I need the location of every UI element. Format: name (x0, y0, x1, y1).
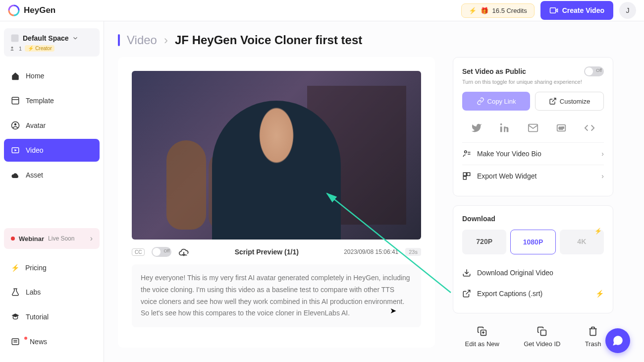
chevron-down-icon (72, 35, 79, 42)
public-toggle[interactable]: Off (584, 66, 604, 76)
credits-text: 16.5 Credits (492, 7, 527, 14)
tutorial-icon (11, 312, 20, 321)
webinar-sub: Live Soon (48, 235, 74, 242)
sidebar-item-video[interactable]: Video (4, 139, 100, 162)
chevron-right-icon: › (164, 33, 168, 47)
sidebar-item-home[interactable]: Home (4, 64, 100, 87)
customize-button[interactable]: Customize (535, 92, 604, 111)
svg-rect-1 (11, 35, 19, 42)
cc-icon: CC (132, 248, 145, 256)
space-selector[interactable]: Default Space 1 ⚡ Creator (4, 28, 100, 57)
lightning-icon: ⚡ (11, 264, 19, 272)
user-avatar[interactable]: J (619, 2, 636, 19)
svg-rect-0 (550, 8, 555, 13)
nav-label: Pricing (25, 264, 47, 272)
chat-icon (611, 334, 624, 347)
gif-icon[interactable]: GIF (552, 119, 571, 137)
live-dot-icon (11, 237, 15, 241)
lightning-icon: ⚡ (595, 290, 604, 298)
link-icon (477, 97, 484, 105)
twitter-icon[interactable] (467, 119, 486, 137)
video-thumbnail[interactable] (132, 71, 421, 240)
svg-point-15 (500, 123, 502, 125)
svg-text:GIF: GIF (559, 126, 564, 130)
create-label: Create Video (562, 6, 604, 14)
svg-rect-3 (12, 97, 19, 104)
svg-rect-24 (463, 177, 466, 180)
linkedin-icon[interactable] (495, 119, 514, 137)
create-video-button[interactable]: Create Video (540, 1, 613, 20)
webinar-card[interactable]: Webinar Live Soon › (4, 228, 100, 249)
copy-plus-icon (477, 326, 487, 336)
avatar-initial: J (626, 6, 630, 14)
trash-button[interactable]: Trash (585, 326, 601, 348)
cursor-icon: ➤ (390, 304, 396, 317)
res-1080p[interactable]: 1080P (510, 230, 555, 254)
video-bio-row[interactable]: Make Your Video Bio › (462, 142, 604, 165)
lightning-icon: ⚡ (594, 228, 602, 235)
copy-link-button[interactable]: Copy Link (462, 92, 530, 111)
svg-point-2 (11, 47, 13, 49)
svg-rect-14 (500, 126, 502, 132)
accent-bar (118, 34, 120, 46)
space-name: Default Space (23, 34, 69, 42)
webinar-title: Webinar (19, 235, 44, 242)
share-panel: Set Video as Public Off Turn on this tog… (453, 57, 613, 196)
svg-rect-23 (467, 173, 470, 176)
chat-bubble-button[interactable] (605, 328, 630, 353)
public-title: Set Video as Public (462, 67, 526, 75)
download-icon (462, 268, 471, 277)
external-icon (462, 289, 471, 298)
people-icon (10, 46, 16, 52)
sidebar: Default Space 1 ⚡ Creator Home Template … (0, 21, 104, 362)
svg-line-13 (552, 98, 555, 102)
logo-text: HeyGen (24, 5, 55, 15)
sidebar-item-tutorial[interactable]: Tutorial (4, 305, 100, 328)
chevron-right-icon: › (90, 234, 93, 243)
page-title: JF HeyGen Voice Cloner first test (175, 33, 362, 47)
cloud-download-icon[interactable] (178, 246, 189, 257)
nav-label: Template (26, 97, 54, 105)
email-icon[interactable] (524, 119, 542, 137)
nav-label: Tutorial (26, 313, 49, 321)
lightning-icon: ⚡ (469, 7, 477, 14)
breadcrumb: Video › JF HeyGen Voice Cloner first tes… (118, 33, 630, 47)
logo[interactable]: HeyGen (8, 4, 55, 16)
bio-icon (462, 149, 471, 158)
svg-rect-22 (463, 173, 466, 176)
get-video-id-button[interactable]: Get Video ID (524, 326, 560, 348)
script-preview-title: Script Preview (1/1) (196, 248, 337, 256)
res-720p[interactable]: 720P (462, 230, 506, 254)
credits-badge[interactable]: ⚡ 🎁 16.5 Credits (461, 3, 535, 18)
sidebar-item-news[interactable]: News (4, 330, 100, 353)
sidebar-item-template[interactable]: Template (4, 89, 100, 112)
sidebar-item-pricing[interactable]: ⚡ Pricing (4, 257, 100, 279)
sidebar-item-asset[interactable]: Asset (4, 164, 100, 186)
notification-dot (24, 337, 27, 340)
svg-point-19 (465, 151, 467, 153)
labs-icon (11, 288, 20, 297)
asset-icon (11, 171, 20, 180)
web-widget-row[interactable]: Export Web Widget › (462, 165, 604, 187)
avatar-icon (11, 121, 20, 130)
video-panel: CC Off Script Preview (1/1) 2023/09/08 1… (118, 57, 435, 348)
public-subtitle: Turn on this toggle for unique sharing e… (462, 79, 604, 85)
export-captions-row[interactable]: Export Captions (.srt) ⚡ (462, 283, 604, 304)
svg-point-6 (14, 123, 17, 126)
svg-rect-30 (541, 330, 546, 336)
copy-icon (537, 326, 547, 336)
breadcrumb-root[interactable]: Video (127, 33, 157, 47)
embed-icon[interactable] (580, 119, 599, 137)
sidebar-item-labs[interactable]: Labs (4, 281, 100, 303)
edit-as-new-button[interactable]: Edit as New (465, 326, 499, 348)
sidebar-item-avatar[interactable]: Avatar (4, 114, 100, 137)
download-title: Download (462, 215, 604, 223)
space-icon (10, 33, 20, 43)
external-icon (549, 97, 557, 105)
nav-label: Home (26, 72, 44, 80)
video-plus-icon (549, 6, 558, 15)
video-duration: 23s (405, 248, 421, 256)
svg-marker-8 (15, 149, 17, 152)
download-original-row[interactable]: Download Original Video (462, 262, 604, 283)
cc-toggle[interactable]: Off (152, 247, 171, 257)
